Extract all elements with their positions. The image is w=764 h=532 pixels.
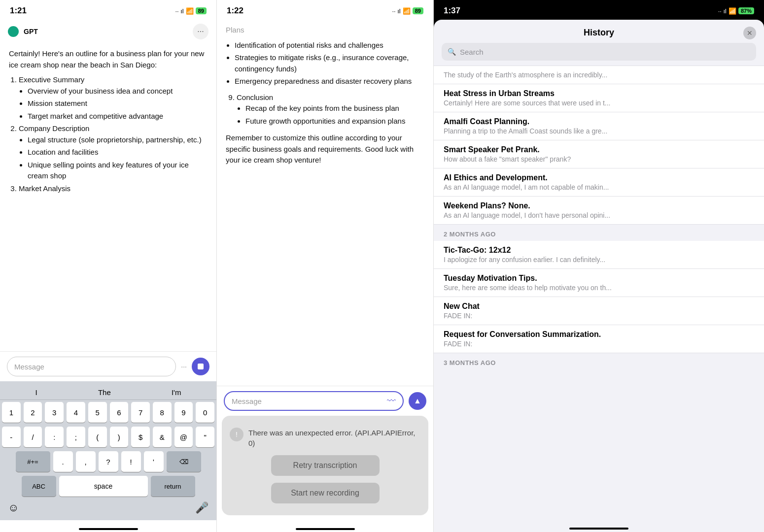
- keyboard-row-special: #+= . , ? ! ' ⌫: [0, 449, 216, 474]
- dots-button-1[interactable]: ···: [181, 363, 187, 370]
- key-2[interactable]: 2: [24, 402, 42, 423]
- key-8[interactable]: 8: [153, 402, 172, 423]
- stop-icon-1: [198, 364, 204, 369]
- suggestion-the[interactable]: The: [98, 388, 111, 397]
- list-item: Company Description Legal structure (sol…: [19, 123, 208, 182]
- key-7[interactable]: 7: [131, 402, 150, 423]
- history-item-preview-4: As an AI language model, I don't have pe…: [444, 211, 754, 219]
- section-2months: 2 MONTHS AGO: [434, 225, 764, 241]
- retry-transcription-button[interactable]: Retry transcription: [271, 455, 380, 476]
- panel-1: 1:21 ·· ıl 📶 89 GPT ··· Certainly! Here'…: [0, 0, 217, 532]
- close-history-button[interactable]: ✕: [743, 27, 756, 39]
- risks-list: Identification of potential risks and ch…: [226, 40, 424, 87]
- key-amp[interactable]: &: [153, 427, 172, 447]
- send-button-2[interactable]: ▲: [409, 392, 426, 410]
- wifi-icon-2: 📶: [403, 7, 411, 15]
- more-button-1[interactable]: ···: [193, 24, 208, 39]
- message-input-2[interactable]: Message 〰: [224, 391, 404, 411]
- error-overlay: ! There was an unexpected error. (API.AP…: [222, 416, 428, 515]
- key-hashtag[interactable]: #+=: [16, 451, 50, 472]
- history-item-2m-3[interactable]: Request for Conversation Summarization. …: [434, 325, 764, 353]
- key-rparen[interactable]: ): [110, 427, 129, 447]
- key-question[interactable]: ?: [99, 451, 118, 472]
- key-space[interactable]: space: [59, 476, 148, 497]
- key-6[interactable]: 6: [110, 402, 129, 423]
- keyboard-row-numbers: 1 2 3 4 5 6 7 8 9 0: [0, 400, 216, 425]
- key-3[interactable]: 3: [45, 402, 64, 423]
- error-text: There was an unexpected error. (API.API.…: [248, 428, 420, 448]
- list-item: Conclusion Recap of the key points from …: [237, 92, 424, 127]
- battery-1: 89: [196, 7, 207, 14]
- key-0[interactable]: 0: [196, 402, 214, 423]
- history-item-title-0: Heat Stress in Urban Streams: [444, 89, 754, 98]
- gpt-avatar: [8, 26, 19, 37]
- history-item-2[interactable]: Smart Speaker Pet Prank. How about a fak…: [434, 140, 764, 168]
- signal-icon-2: ·· ıl: [392, 7, 400, 15]
- emoji-key[interactable]: ☺: [8, 501, 19, 514]
- list-item: Legal structure (sole proprietorship, pa…: [28, 134, 208, 146]
- key-5[interactable]: 5: [88, 402, 107, 423]
- history-item-2m-1[interactable]: Tuesday Motivation Tips. Sure, here are …: [434, 269, 764, 297]
- key-comma[interactable]: ,: [76, 451, 96, 472]
- history-item-title-2m-3: Request for Conversation Summarization.: [444, 330, 754, 339]
- history-item-title-2m-0: Tic-Tac-Go: 12x12: [444, 246, 754, 255]
- history-item-title-2: Smart Speaker Pet Prank.: [444, 145, 754, 154]
- message-placeholder-2: Message: [232, 397, 262, 405]
- suggestion-i[interactable]: I: [35, 388, 37, 397]
- keyboard-row-symbols: - / : ; ( ) $ & @ ": [0, 425, 216, 449]
- key-at[interactable]: @: [174, 427, 193, 447]
- panel-3: 1:37 ·· ıl 📶 87% History ✕ 🔍 Search The …: [434, 0, 764, 532]
- chat-content-1: Certainly! Here's an outline for a busin…: [0, 43, 216, 351]
- history-item-2m-2[interactable]: New Chat FADE IN:: [434, 297, 764, 325]
- key-apostrophe[interactable]: ': [144, 451, 164, 472]
- start-new-recording-button[interactable]: Start new recording: [271, 483, 380, 503]
- message-input-row-1: Message ···: [0, 351, 216, 381]
- battery-2: 89: [413, 7, 423, 14]
- signal-icon-3: ·· ıl: [718, 7, 727, 15]
- status-bar-3: 1:37 ·· ıl 📶 87%: [434, 0, 764, 20]
- history-item-preview-2: How about a fake "smart speaker" prank?: [444, 155, 754, 163]
- history-item-preview-truncated: The study of the Earth's atmosphere is a…: [444, 71, 754, 79]
- chat-list-1: Executive Summary Overview of your busin…: [9, 74, 208, 194]
- history-title: History: [584, 28, 614, 38]
- home-indicator-2: [296, 528, 355, 530]
- list-item: Overview of your business idea and conce…: [28, 86, 208, 97]
- key-abc[interactable]: ABC: [22, 476, 56, 497]
- history-item-0[interactable]: Heat Stress in Urban Streams Certainly! …: [434, 84, 764, 112]
- message-input-row-2: Message 〰 ▲: [217, 386, 433, 416]
- key-slash[interactable]: /: [24, 427, 42, 447]
- message-input-1[interactable]: Message: [7, 357, 176, 376]
- search-bar[interactable]: 🔍 Search: [442, 43, 756, 61]
- time-3: 1:37: [444, 6, 460, 16]
- gpt-label: GPT: [24, 28, 188, 35]
- stop-button-1[interactable]: [192, 358, 209, 375]
- key-exclaim[interactable]: !: [121, 451, 141, 472]
- home-bar-3: [434, 518, 764, 532]
- microphone-key[interactable]: 🎤: [195, 501, 208, 514]
- history-item-4[interactable]: Weekend Plans? None. As an AI language m…: [434, 197, 764, 225]
- key-quote[interactable]: ": [196, 427, 214, 447]
- section-plans: Plans: [226, 25, 424, 36]
- section-3months: 3 MONTHS AGO: [434, 353, 764, 369]
- search-placeholder: Search: [460, 48, 484, 56]
- history-item-truncated[interactable]: The study of the Earth's atmosphere is a…: [434, 66, 764, 84]
- history-item-title-3: AI Ethics and Development.: [444, 173, 754, 182]
- key-9[interactable]: 9: [174, 402, 193, 423]
- key-colon[interactable]: :: [45, 427, 64, 447]
- key-return[interactable]: return: [151, 476, 195, 497]
- history-item-3[interactable]: AI Ethics and Development. As an AI lang…: [434, 168, 764, 197]
- key-semicolon[interactable]: ;: [67, 427, 85, 447]
- battery-3: 87%: [738, 7, 754, 14]
- history-item-1[interactable]: Amalfi Coast Planning. Planning a trip t…: [434, 112, 764, 140]
- key-dollar[interactable]: $: [131, 427, 150, 447]
- key-dash[interactable]: -: [2, 427, 21, 447]
- history-item-2m-0[interactable]: Tic-Tac-Go: 12x12 I apologize for any co…: [434, 241, 764, 269]
- history-item-preview-0: Certainly! Here are some sources that we…: [444, 99, 754, 107]
- key-period[interactable]: .: [53, 451, 73, 472]
- key-1[interactable]: 1: [2, 402, 21, 423]
- key-4[interactable]: 4: [67, 402, 85, 423]
- suggestion-im[interactable]: I'm: [172, 388, 181, 397]
- key-lparen[interactable]: (: [88, 427, 107, 447]
- key-delete[interactable]: ⌫: [167, 451, 201, 472]
- history-header: History ✕: [434, 20, 764, 43]
